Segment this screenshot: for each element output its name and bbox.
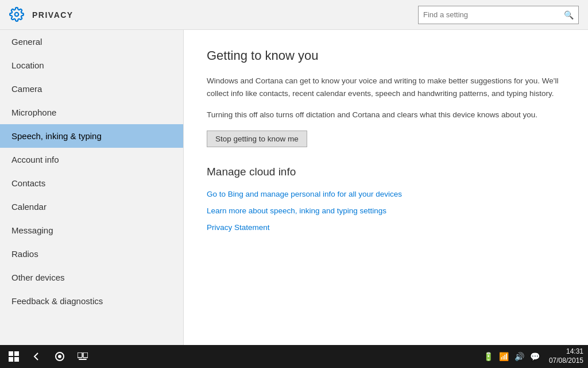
sidebar-item-feedback-diagnostics[interactable]: Feedback & diagnostics — [0, 289, 183, 313]
wifi-icon: 📶 — [499, 352, 509, 361]
app-header: PRIVACY 🔍 — [0, 0, 588, 30]
search-box[interactable]: 🔍 — [418, 6, 579, 24]
clock: 14:31 07/08/2015 — [549, 347, 583, 365]
privacy-link[interactable]: Privacy Statement — [207, 223, 565, 232]
svg-point-6 — [58, 355, 61, 358]
sidebar-item-radios[interactable]: Radios — [0, 242, 183, 266]
learn-link[interactable]: Learn more about speech, inking and typi… — [207, 206, 565, 215]
svg-rect-9 — [79, 359, 87, 360]
svg-point-0 — [15, 12, 19, 16]
taskbar: 🔋 📶 🔊 💬 14:31 07/08/2015 — [0, 345, 588, 368]
links-container: Go to Bing and manage personal info for … — [207, 190, 565, 232]
start-button[interactable] — [5, 347, 23, 366]
task-view-button[interactable] — [74, 347, 92, 366]
sidebar-item-general[interactable]: General — [0, 30, 183, 53]
gear-icon — [9, 7, 25, 23]
sidebar-item-account-info[interactable]: Account info — [0, 148, 183, 171]
section-title: Getting to know you — [207, 48, 565, 63]
back-button[interactable] — [28, 347, 46, 366]
svg-rect-2 — [14, 351, 19, 356]
manage-cloud-title: Manage cloud info — [207, 166, 565, 178]
sidebar-item-camera[interactable]: Camera — [0, 77, 183, 101]
sidebar-item-speech-inking-typing[interactable]: Speech, inking & typing — [0, 124, 183, 148]
svg-rect-4 — [14, 357, 19, 362]
battery-icon: 🔋 — [483, 352, 493, 361]
sidebar: GeneralLocationCameraMicrophoneSpeech, i… — [0, 30, 184, 345]
svg-rect-1 — [9, 351, 13, 356]
volume-icon: 🔊 — [514, 352, 524, 361]
taskbar-left — [5, 347, 92, 366]
bing-link[interactable]: Go to Bing and manage personal info for … — [207, 190, 565, 198]
svg-rect-7 — [78, 352, 82, 358]
sidebar-item-calendar[interactable]: Calendar — [0, 195, 183, 218]
description-1: Windows and Cortana can get to know your… — [207, 75, 565, 99]
clock-date: 07/08/2015 — [549, 356, 583, 366]
cortana-button[interactable] — [51, 347, 69, 366]
sidebar-item-microphone[interactable]: Microphone — [0, 101, 183, 124]
svg-rect-8 — [83, 352, 88, 358]
sidebar-item-contacts[interactable]: Contacts — [0, 171, 183, 195]
message-icon: 💬 — [530, 352, 540, 361]
main-layout: GeneralLocationCameraMicrophoneSpeech, i… — [0, 30, 588, 345]
sidebar-item-other-devices[interactable]: Other devices — [0, 266, 183, 289]
clock-time: 14:31 — [549, 347, 583, 356]
search-icon: 🔍 — [564, 10, 574, 20]
description-2: Turning this off also turns off dictatio… — [207, 109, 565, 121]
taskbar-icons: 🔋 📶 🔊 💬 — [483, 352, 540, 361]
taskbar-right: 🔋 📶 🔊 💬 14:31 07/08/2015 — [483, 347, 583, 365]
app-title: PRIVACY — [32, 10, 418, 20]
search-input[interactable] — [423, 10, 564, 19]
stop-getting-to-know-me-button[interactable]: Stop getting to know me — [207, 131, 307, 147]
content-area: Getting to know you Windows and Cortana … — [184, 30, 588, 345]
sidebar-item-location[interactable]: Location — [0, 53, 183, 77]
svg-rect-3 — [9, 357, 13, 362]
sidebar-item-messaging[interactable]: Messaging — [0, 218, 183, 242]
